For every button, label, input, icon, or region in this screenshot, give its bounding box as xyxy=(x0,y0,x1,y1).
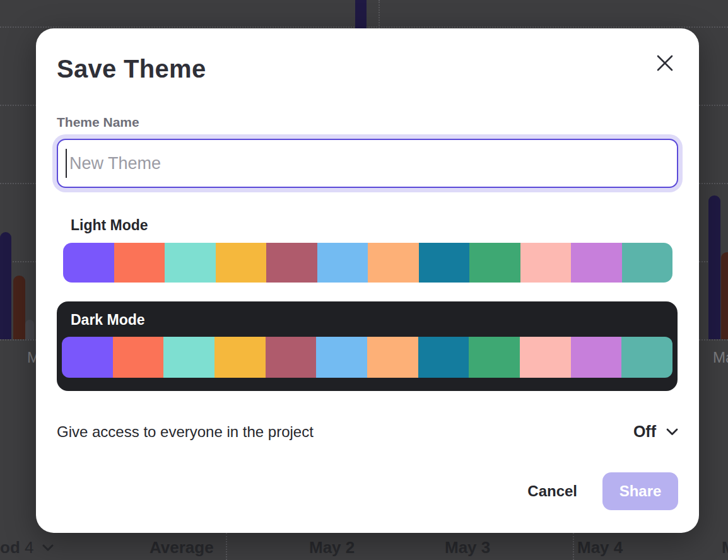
palette-swatch xyxy=(571,337,622,378)
palette-swatch xyxy=(621,337,672,378)
access-value: Off xyxy=(633,423,656,441)
cancel-button[interactable]: Cancel xyxy=(527,482,577,500)
palette-swatch xyxy=(469,243,520,283)
close-icon xyxy=(656,54,674,72)
palette-swatch xyxy=(469,337,520,378)
palette-swatch xyxy=(62,337,113,378)
dark-mode-card: Dark Mode xyxy=(57,301,678,391)
palette-swatch xyxy=(114,243,165,283)
chart-bar xyxy=(708,195,720,339)
close-button[interactable] xyxy=(655,54,675,74)
palette-swatch xyxy=(165,243,216,283)
palette-swatch xyxy=(622,243,673,283)
column-header-average: Average xyxy=(150,538,213,557)
palette-swatch xyxy=(113,337,164,378)
dialog-actions: Cancel Share xyxy=(57,472,678,510)
access-label: Give access to everyone in the project xyxy=(57,423,314,441)
palette-swatch xyxy=(266,243,317,283)
palette-swatch xyxy=(367,337,418,378)
palette-swatch xyxy=(418,337,469,378)
palette-swatch xyxy=(419,243,470,283)
palette-swatch xyxy=(317,243,368,283)
palette-swatch xyxy=(520,337,571,378)
column-header-partial: M xyxy=(722,538,728,557)
palette-swatch xyxy=(214,337,266,378)
palette-swatch xyxy=(216,243,267,283)
access-row: Give access to everyone in the project O… xyxy=(57,423,678,441)
share-button[interactable]: Share xyxy=(602,472,678,510)
chart-bar xyxy=(25,320,34,339)
column-header-may2: May 2 xyxy=(309,538,355,557)
light-mode-label: Light Mode xyxy=(71,217,678,234)
chart-bar xyxy=(13,276,25,339)
column-header-may3: May 3 xyxy=(445,538,490,557)
column-header-may4: May 4 xyxy=(577,538,623,557)
gridline-vertical xyxy=(226,533,227,560)
gridline-vertical xyxy=(573,533,574,560)
palette-swatch xyxy=(163,337,214,378)
palette-swatch xyxy=(520,243,572,283)
chart-bar xyxy=(355,0,367,28)
save-theme-dialog: Save Theme Theme Name Light Mode Dark Mo… xyxy=(36,28,699,533)
palette-swatch xyxy=(316,337,367,378)
period-selector[interactable]: od 4 xyxy=(0,538,54,557)
theme-name-input[interactable] xyxy=(57,139,678,188)
period-number: 4 xyxy=(25,538,33,557)
access-dropdown[interactable]: Off xyxy=(633,423,678,441)
theme-name-input-wrap xyxy=(57,139,678,188)
chart-bar xyxy=(0,232,11,339)
theme-name-label: Theme Name xyxy=(57,115,678,130)
gridline-vertical xyxy=(379,0,380,28)
axis-label-month: Ma xyxy=(713,349,728,366)
light-mode-palette[interactable] xyxy=(63,243,672,283)
chart-bar xyxy=(721,252,728,339)
chevron-down-icon xyxy=(42,544,54,551)
dark-mode-palette[interactable] xyxy=(62,337,672,378)
palette-swatch xyxy=(63,243,114,283)
chevron-down-icon xyxy=(666,428,678,436)
dialog-title: Save Theme xyxy=(57,55,678,83)
palette-swatch xyxy=(368,243,419,283)
dark-mode-label: Dark Mode xyxy=(71,312,672,329)
period-label: od xyxy=(0,538,20,557)
palette-swatch xyxy=(571,243,622,283)
text-caret xyxy=(66,149,67,178)
palette-swatch xyxy=(266,337,317,378)
